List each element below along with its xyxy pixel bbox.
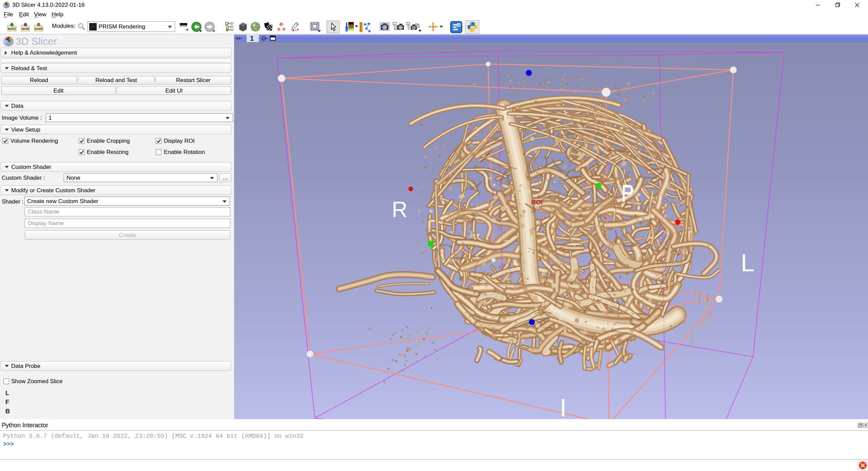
- svg-text:I: I: [560, 394, 567, 419]
- svg-text:❉: ❉: [279, 22, 284, 27]
- svg-text:1: 1: [250, 35, 254, 42]
- svg-text:❉: ❉: [282, 27, 286, 32]
- svg-text:DATA: DATA: [8, 27, 16, 31]
- svg-text:DCM: DCM: [22, 27, 29, 31]
- svg-text:R: R: [392, 197, 407, 222]
- svg-text:❉: ❉: [277, 27, 281, 32]
- svg-text:ROI: ROI: [531, 199, 543, 206]
- svg-text:L: L: [741, 249, 754, 276]
- svg-text:SAVE: SAVE: [35, 27, 43, 31]
